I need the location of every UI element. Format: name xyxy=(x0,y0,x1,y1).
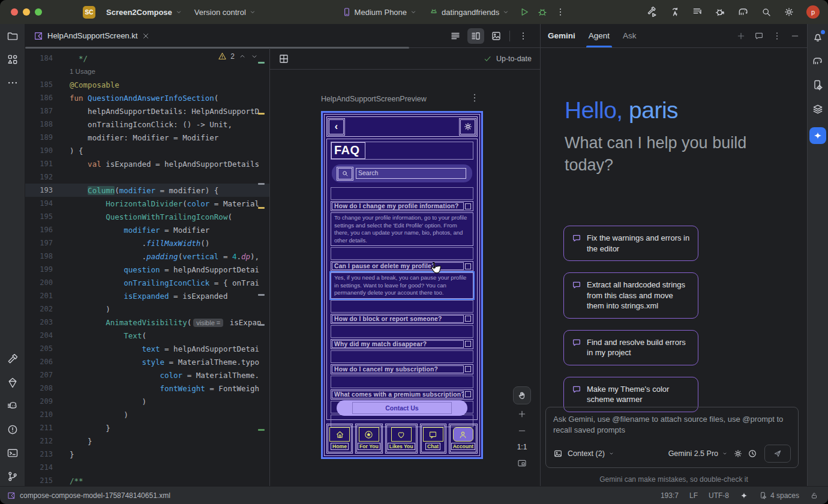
faq-question-row[interactable]: How do I change my profile information? xyxy=(331,201,473,211)
back-button[interactable]: ‹ xyxy=(329,119,344,134)
encoding[interactable]: UTF-8 xyxy=(709,491,729,500)
device-selector[interactable]: Medium Phone xyxy=(336,4,423,20)
code-text[interactable]: .padding(vertical = 4.dp), xyxy=(70,252,259,261)
gemini-status-icon[interactable] xyxy=(740,491,748,500)
code-text[interactable]: onTrailingIconClick: () -> Unit, xyxy=(70,120,232,129)
line-number[interactable]: 189 xyxy=(32,133,53,142)
project-tool-icon[interactable] xyxy=(7,30,19,42)
code-text[interactable]: color = MaterialTheme. xyxy=(70,371,259,380)
run-button[interactable] xyxy=(515,4,533,20)
code-text[interactable]: 1 Usage xyxy=(70,68,95,75)
gemini-suggestion-card[interactable]: Extract all hardcoded strings from this … xyxy=(563,272,698,319)
running-devices-icon[interactable] xyxy=(812,103,824,115)
gradle-sync-button[interactable] xyxy=(734,4,752,20)
expand-icon[interactable] xyxy=(465,341,471,347)
line-number[interactable]: 207 xyxy=(32,371,53,379)
faq-question-row[interactable]: How do I cancel my subscription? xyxy=(331,364,473,374)
sync-translations-button[interactable] xyxy=(666,4,684,20)
code-text[interactable]: onTrailingIconClick = { onTrai xyxy=(70,278,259,287)
chevron-down-icon[interactable] xyxy=(250,52,259,61)
zoom-in-button[interactable] xyxy=(514,407,530,421)
gemini-settings-icon[interactable] xyxy=(733,449,743,458)
kebab-icon[interactable] xyxy=(772,31,782,41)
line-number[interactable]: 215 xyxy=(32,476,53,485)
code-editor[interactable]: 184 */1 Usage185@Composable186fun Questi… xyxy=(25,48,270,486)
stripe-mark[interactable] xyxy=(258,324,265,326)
app-quality-insights-icon[interactable] xyxy=(7,377,19,389)
model-selector[interactable]: Gemini 2.5 Pro xyxy=(668,449,728,458)
code-text[interactable]: HorizontalDivider(color = Material xyxy=(70,199,259,208)
code-text[interactable]: style = MaterialTheme.typo xyxy=(70,358,259,367)
code-text[interactable]: question = helpAndSupportDetai xyxy=(70,265,259,274)
gradle-tool-icon[interactable] xyxy=(812,55,824,67)
fit-to-screen-button[interactable] xyxy=(514,456,530,470)
context-selector[interactable]: Context (2) xyxy=(568,449,615,458)
tab-agent[interactable]: Agent xyxy=(589,24,610,47)
code-text[interactable]: Column(modifier = modifier) { xyxy=(70,186,218,195)
stripe-mark[interactable] xyxy=(258,183,265,185)
send-button[interactable] xyxy=(764,445,791,463)
faq-question-row[interactable]: Can I pause or delete my profile? xyxy=(331,261,473,271)
layout-grid-icon[interactable] xyxy=(278,53,289,64)
zoom-out-button[interactable] xyxy=(514,424,530,438)
code-text[interactable]: } xyxy=(70,450,74,459)
minimize-window-button[interactable] xyxy=(23,8,30,16)
line-number[interactable]: 184 xyxy=(32,54,53,62)
stripe-mark[interactable] xyxy=(258,207,265,209)
new-chat-icon[interactable] xyxy=(736,31,746,41)
line-number[interactable]: 185 xyxy=(32,80,53,89)
build-button[interactable] xyxy=(643,4,661,20)
tab-ask[interactable]: Ask xyxy=(623,24,637,47)
more-tool-windows-icon[interactable] xyxy=(7,77,19,89)
editor-tab[interactable]: HelpAndSupportScreen.kt xyxy=(25,24,156,47)
split-view-button[interactable] xyxy=(467,28,484,44)
search-input[interactable]: Search xyxy=(356,168,466,179)
project-menu[interactable]: Screen2Compose xyxy=(100,4,188,20)
nav-tab-for-you[interactable]: For You xyxy=(355,424,383,454)
caret-position[interactable]: 193:7 xyxy=(661,491,679,500)
maximize-window-button[interactable] xyxy=(35,8,42,16)
faq-answer[interactable]: To change your profile information, go t… xyxy=(331,212,473,246)
gemini-tool-button[interactable] xyxy=(809,127,826,144)
code-view-button[interactable] xyxy=(447,28,464,44)
contact-us-button[interactable]: Contact Us xyxy=(337,400,467,416)
line-number[interactable]: 208 xyxy=(32,384,53,392)
line-number[interactable]: 201 xyxy=(32,292,53,300)
settings-button[interactable] xyxy=(460,119,475,134)
line-number[interactable]: 203 xyxy=(32,318,53,326)
expand-icon[interactable] xyxy=(465,263,471,269)
line-ending[interactable]: LF xyxy=(689,491,698,500)
preview-canvas[interactable]: HelpAndSupportScreenPreview ‹ xyxy=(270,70,540,486)
line-number[interactable]: 191 xyxy=(32,160,53,168)
line-number[interactable]: 195 xyxy=(32,212,53,221)
nav-tab-chat[interactable]: Chat xyxy=(420,424,446,454)
expand-icon[interactable] xyxy=(465,391,471,397)
gemini-suggestion-card[interactable]: Fix the warnings and errors in the edito… xyxy=(563,226,698,261)
line-number[interactable]: 197 xyxy=(32,239,53,247)
code-text[interactable]: ) xyxy=(70,410,128,419)
code-text[interactable]: .fillMaxWidth() xyxy=(70,239,209,248)
nav-tab-likes-you[interactable]: Likes You xyxy=(385,424,418,454)
line-number[interactable]: 212 xyxy=(32,437,53,445)
search-everywhere-button[interactable] xyxy=(757,4,775,20)
line-number[interactable]: 202 xyxy=(32,305,53,313)
git-icon[interactable] xyxy=(7,470,19,482)
expand-icon[interactable] xyxy=(465,366,471,372)
line-number[interactable]: 213 xyxy=(32,450,53,458)
line-number[interactable]: 205 xyxy=(32,344,53,353)
code-text[interactable]: fun QuestionAndAnswerInfoSection( xyxy=(70,94,218,103)
line-number[interactable]: 206 xyxy=(32,358,53,366)
debug-button[interactable] xyxy=(533,4,551,20)
attach-image-icon[interactable] xyxy=(553,449,563,458)
code-text[interactable]: */ xyxy=(70,54,88,63)
notifications-bell-icon[interactable] xyxy=(812,31,824,43)
code-text[interactable]: Text( xyxy=(70,331,146,340)
code-text[interactable]: modifier: Modifier = Modifier xyxy=(70,133,218,142)
chevron-up-icon[interactable] xyxy=(238,52,247,61)
resource-manager-icon[interactable] xyxy=(7,53,19,65)
logcat-icon[interactable] xyxy=(7,400,19,412)
gemini-input-box[interactable]: Ask Gemini, use @filename to attach sour… xyxy=(545,407,799,468)
line-number[interactable]: 196 xyxy=(32,226,53,234)
line-number[interactable]: 186 xyxy=(32,94,53,102)
history-icon[interactable] xyxy=(748,449,757,458)
